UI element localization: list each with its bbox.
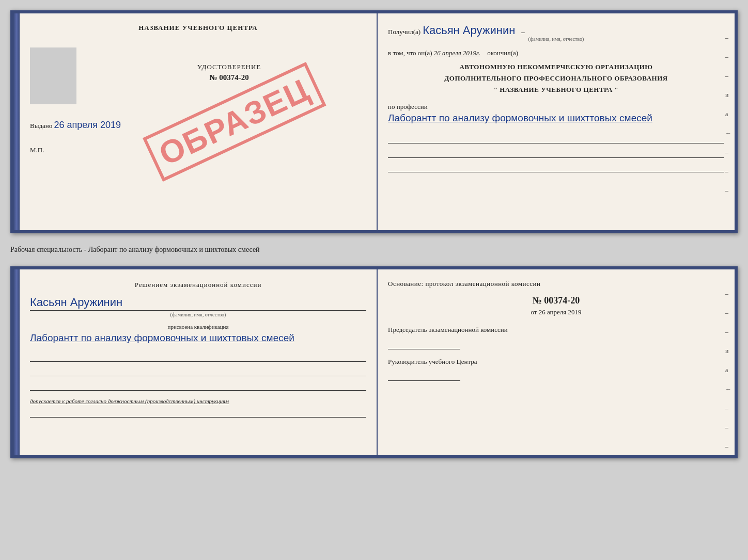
finished-label: окончил(а) bbox=[487, 49, 518, 57]
top-certificate-book: НАЗВАНИЕ УЧЕБНОГО ЦЕНТРА УДОСТОВЕРЕНИЕ №… bbox=[10, 10, 738, 233]
org-line1: АВТОНОМНУЮ НЕКОММЕРЧЕСКУЮ ОРГАНИЗАЦИЮ bbox=[388, 61, 724, 73]
org-line3: " НАЗВАНИЕ УЧЕБНОГО ЦЕНТРА " bbox=[388, 84, 724, 95]
sec-line-bottom bbox=[30, 408, 366, 418]
issued-date: 26 апреля 2019 bbox=[54, 120, 121, 130]
bottom-certificate-book: Решением экзаменационной комиссии Касьян… bbox=[10, 266, 738, 458]
received-block: Получил(а) Касьян Аружинин – (фамилия, и… bbox=[388, 24, 724, 42]
sec-chairman-block: Председатель экзаменационной комиссии bbox=[388, 325, 724, 349]
org-block: АВТОНОМНУЮ НЕКОММЕРЧЕСКУЮ ОРГАНИЗАЦИЮ ДО… bbox=[388, 61, 724, 95]
sec-name-sub: (фамилия, имя, отчество) bbox=[30, 312, 366, 317]
prof-label: по профессии bbox=[388, 103, 428, 110]
sec-director-block: Руководитель учебного Центра bbox=[388, 357, 724, 381]
cert-photo bbox=[30, 47, 76, 104]
received-sub: (фамилия, имя, отчество) bbox=[388, 36, 724, 42]
sec-director-label: Руководитель учебного Центра bbox=[388, 358, 477, 365]
book-spine-bottom bbox=[13, 269, 20, 455]
sec-name-block: Касьян Аружинин (фамилия, имя, отчество) bbox=[30, 296, 366, 317]
sec-right-date-block: от 26 апреля 2019 bbox=[388, 308, 724, 316]
sec-date-value: 26 апреля 2019 bbox=[539, 308, 582, 316]
bottom-book-right-page: Основание: протокол экзаменационной коми… bbox=[378, 269, 735, 455]
date-value: 26 апреля 2019г. bbox=[434, 49, 480, 57]
right-line-1 bbox=[388, 134, 724, 143]
sec-director-sigline bbox=[388, 371, 460, 381]
right-line-3 bbox=[388, 163, 724, 172]
prof-value: Лаборантт по анализу формовочных и шихтт… bbox=[388, 111, 724, 126]
sec-dopusk-block: допускается к работе согласно должностны… bbox=[30, 398, 366, 404]
top-book-left-page: НАЗВАНИЕ УЧЕБНОГО ЦЕНТРА УДОСТОВЕРЕНИЕ №… bbox=[20, 13, 378, 230]
sec-chairman-sigline bbox=[388, 339, 460, 349]
sec-right-side-marks: – – – и а ← – – – bbox=[725, 290, 731, 451]
sec-right-number: № 00374-20 bbox=[388, 295, 724, 306]
cert-issued: Выдано 26 апреля 2019 bbox=[30, 120, 366, 131]
bottom-book-left-page: Решением экзаменационной комиссии Касьян… bbox=[20, 269, 378, 455]
issued-label: Выдано bbox=[30, 122, 52, 130]
middle-text: Рабочая специальность - Лаборант по анал… bbox=[10, 242, 738, 258]
org-line2: ДОПОЛНИТЕЛЬНОГО ПРОФЕССИОНАЛЬНОГО ОБРАЗО… bbox=[388, 73, 724, 84]
received-label: Получил(а) bbox=[388, 28, 420, 36]
cert-title: НАЗВАНИЕ УЧЕБНОГО ЦЕНТРА bbox=[30, 24, 366, 32]
right-line-2 bbox=[388, 149, 724, 158]
profession-block: по профессии Лаборантт по анализу формов… bbox=[388, 103, 724, 126]
right-side-marks: – – – и а ← – – – bbox=[725, 34, 731, 195]
sec-line-3 bbox=[30, 381, 366, 391]
cert-mp: М.П. bbox=[30, 146, 366, 154]
sec-lines bbox=[30, 353, 366, 391]
sec-heading: Решением экзаменационной комиссии bbox=[30, 280, 366, 291]
cert-number: № 00374-20 bbox=[92, 73, 366, 82]
received-name: Касьян Аружинин bbox=[423, 24, 515, 37]
cert-udost-label: УДОСТОВЕРЕНИЕ bbox=[92, 63, 366, 71]
sec-right-heading: Основание: протокол экзаменационной коми… bbox=[388, 280, 724, 288]
date-line: в том, что он(а) 26 апреля 2019г. окончи… bbox=[388, 49, 724, 57]
sec-date-prefix: от bbox=[531, 308, 537, 316]
sec-line-2 bbox=[30, 367, 366, 376]
sec-dopusk-value: работе согласно должностным (производств… bbox=[66, 398, 229, 404]
sec-qual-label: присвоена квалификация bbox=[30, 324, 366, 330]
sec-name: Касьян Аружинин bbox=[30, 296, 366, 311]
date-label: в том, что он(а) bbox=[388, 49, 432, 57]
sec-line-1 bbox=[30, 353, 366, 362]
right-lines bbox=[388, 134, 724, 172]
sec-dopusk-label: допускается к bbox=[30, 398, 65, 404]
book-spine-top bbox=[13, 13, 20, 230]
top-book-right-page: Получил(а) Касьян Аружинин – (фамилия, и… bbox=[378, 13, 735, 230]
sec-chairman-label: Председатель экзаменационной комиссии bbox=[388, 326, 508, 333]
page-wrapper: НАЗВАНИЕ УЧЕБНОГО ЦЕНТРА УДОСТОВЕРЕНИЕ №… bbox=[10, 10, 738, 458]
sec-qual-value: Лаборантт по анализу формовочных и шихтт… bbox=[30, 331, 366, 346]
